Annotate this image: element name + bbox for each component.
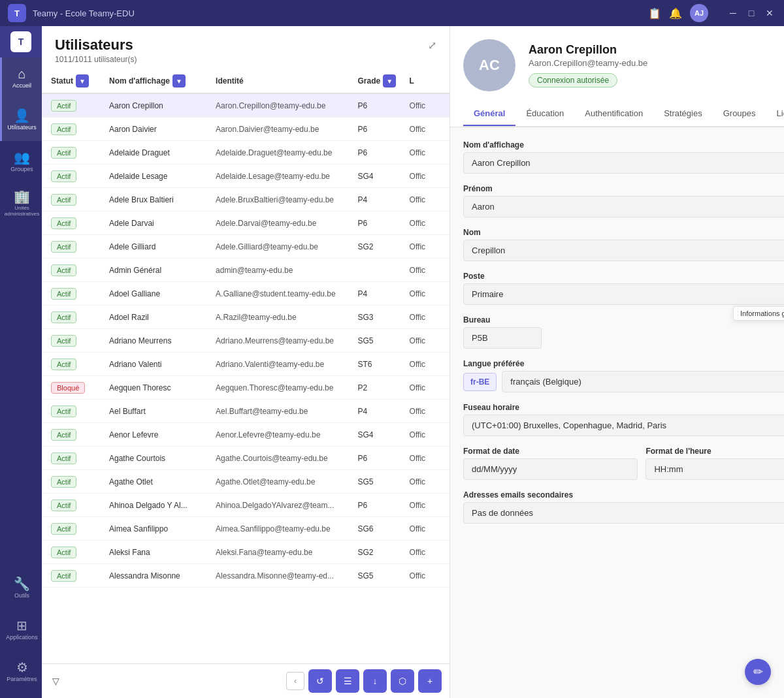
refresh-button[interactable]: ↺ (308, 669, 332, 693)
table-row[interactable]: Actif Adele Darvai Adele.Darvai@teamy-ed… (42, 212, 449, 235)
cell-nom: Adriano Valenti (105, 357, 212, 372)
table-row[interactable]: Actif Admin Général admin@teamy-edu.be O… (42, 259, 449, 282)
table-row[interactable]: Actif Agathe Otlet Agathe.Otlet@teamy-ed… (42, 470, 449, 494)
cell-nom: Adriano Meurrens (105, 334, 212, 348)
status-badge: Actif (51, 170, 76, 182)
table-row[interactable]: Bloqué Aegquen Thoresc Aegquen.Thoresc@t… (42, 376, 449, 400)
table-row[interactable]: Actif Agathe Courtois Agathe.Courtois@te… (42, 447, 449, 470)
tab-education[interactable]: Éducation (515, 102, 574, 126)
col-loc[interactable]: L (406, 69, 444, 93)
table-row[interactable]: Actif Aimea Sanfilippo Aimea.Sanfilippo@… (42, 517, 449, 541)
fuseau-input[interactable]: (UTC+01:00) Bruxelles, Copenhague, Madri… (463, 415, 784, 436)
cell-statut: Actif (47, 473, 105, 490)
status-badge: Bloqué (51, 382, 85, 394)
prenom-input[interactable]: Aaron (463, 196, 784, 217)
list-button[interactable]: ☰ (336, 669, 359, 693)
col-statut[interactable]: Statut ▼ (47, 69, 105, 93)
sidebar-item-parametres[interactable]: ⚙ Paramètres (0, 651, 42, 693)
sidebar-item-groupes[interactable]: 👥 Groupes (0, 141, 42, 183)
panel-header: Utilisateurs 1011/1011 utilisateur(s) ⤢ (42, 26, 449, 69)
sidebar-item-outils[interactable]: 🔧 Outils (0, 567, 42, 609)
nom-filter-btn[interactable]: ▼ (172, 74, 186, 87)
status-badge: Actif (51, 288, 76, 300)
cell-identite: Adriano.Valenti@teamy-edu.be (212, 357, 353, 372)
maximize-button[interactable]: □ (745, 7, 758, 20)
bell-icon[interactable]: 🔔 (669, 7, 682, 20)
download-button[interactable]: ↓ (363, 669, 387, 693)
tab-general[interactable]: Général (463, 102, 515, 126)
user-table: Statut ▼ Nom d'affichage ▼ Identité Grad… (42, 69, 449, 663)
detail-header: 🔍 🔒 📋 ↺ AC Aaron Crepillon Aaron.Crepill… (450, 26, 784, 127)
cell-statut: Actif (47, 144, 105, 161)
cell-statut: Actif (47, 426, 105, 443)
bureau-input[interactable]: P5B (463, 327, 542, 349)
table-toolbar: ▽ ‹ ↺ ☰ ↓ ⬡ + (42, 663, 449, 698)
status-badge: Actif (51, 147, 76, 159)
grade-filter-btn[interactable]: ▼ (383, 74, 396, 87)
table-row[interactable]: Actif Ael Buffart Ael.Buffart@teamy-edu.… (42, 400, 449, 423)
add-button[interactable]: + (418, 669, 442, 693)
user-list-panel: Utilisateurs 1011/1011 utilisateur(s) ⤢ … (42, 26, 450, 698)
emails-label: Adresses emails secondaires (463, 490, 784, 500)
user-avatar[interactable]: AJ (690, 4, 708, 22)
cell-statut: Actif (47, 191, 105, 208)
table-row[interactable]: Actif Aaron Daivier Aaron.Daivier@teamy-… (42, 118, 449, 141)
table-row[interactable]: Actif Adelaide Draguet Adelaide.Draguet@… (42, 141, 449, 165)
table-row[interactable]: Actif Aaron Crepillon Aaron.Crepillon@te… (42, 94, 449, 118)
close-button[interactable]: ✕ (763, 7, 776, 20)
table-row[interactable]: Actif Adriano Meurrens Adriano.Meurrens@… (42, 329, 449, 353)
table-row[interactable]: Actif Adelaide Lesage Adelaide.Lesage@te… (42, 165, 449, 188)
table-row[interactable]: Actif Alessandra Misonne Alessandra.Miso… (42, 564, 449, 588)
nom-input[interactable]: Crepillon (463, 240, 784, 261)
minimize-button[interactable]: ─ (727, 7, 740, 20)
emails-input[interactable]: Pas de données (463, 502, 784, 524)
clipboard-icon[interactable]: 📋 (648, 7, 661, 20)
tab-strategies[interactable]: Stratégies (653, 102, 713, 126)
status-badge: Actif (51, 311, 76, 323)
nom-affichage-input[interactable]: Aaron Crepillon (463, 152, 784, 174)
status-badge: Actif (51, 194, 76, 206)
poste-input[interactable]: Primaire (463, 283, 784, 305)
sidebar-item-accueil[interactable]: ⌂ Accueil (0, 57, 42, 99)
col-nom[interactable]: Nom d'affichage ▼ (105, 69, 212, 93)
date-input[interactable]: dd/MM/yyyy (463, 458, 638, 480)
heure-input[interactable]: HH:mm (645, 458, 784, 480)
statut-filter-btn[interactable]: ▼ (76, 74, 89, 87)
table-row[interactable]: Actif Adoel Razil A.Razil@teamy-edu.be S… (42, 306, 449, 329)
cell-statut: Actif (47, 356, 105, 373)
cell-nom: Agathe Courtois (105, 451, 212, 466)
sidebar-item-unites[interactable]: 🏢 Unités administratives (0, 183, 42, 225)
table-row[interactable]: Actif Adriano Valenti Adriano.Valenti@te… (42, 353, 449, 376)
field-prenom: Prénom Aaron (463, 184, 784, 217)
table-row[interactable]: Actif Aleksi Fana Aleksi.Fana@teamy-edu.… (42, 541, 449, 564)
table-row[interactable]: Actif Adele Gilliard Adele.Gilliard@team… (42, 235, 449, 259)
table-row[interactable]: Actif Ahinoa Delgado Y Al... Ahinoa.Delg… (42, 494, 449, 517)
table-row[interactable]: Actif Adoel Galliane A.Galliane@student.… (42, 282, 449, 306)
cell-loc: Offic (406, 569, 444, 583)
col-identite[interactable]: Identité (212, 69, 353, 93)
cell-grade: SG3 (353, 310, 405, 325)
expand-button[interactable]: ⤢ (428, 39, 436, 52)
filter-icon[interactable]: ▽ (50, 673, 62, 689)
tab-authentification[interactable]: Authentification (574, 102, 653, 126)
table-row[interactable]: Actif Aenor Lefevre Aenor.Lefevre@teamy-… (42, 423, 449, 447)
col-grade[interactable]: Grade ▼ (353, 69, 405, 93)
cell-identite: Aegquen.Thoresc@teamy-edu.be (212, 381, 353, 395)
upload-button[interactable]: ⬡ (391, 669, 414, 693)
tab-licences[interactable]: Licences (766, 102, 784, 126)
status-badge: Actif (51, 335, 76, 347)
tab-groupes[interactable]: Groupes (713, 102, 766, 126)
sidebar-item-utilisateurs[interactable]: 👤 Utilisateurs (0, 99, 42, 141)
table-body: Actif Aaron Crepillon Aaron.Crepillon@te… (42, 94, 449, 588)
cell-grade: SG5 (353, 569, 405, 583)
table-row[interactable]: Actif Adele Brux Baltieri Adele.BruxBalt… (42, 188, 449, 212)
prev-page-button[interactable]: ‹ (286, 672, 304, 690)
edit-fab-button[interactable]: ✏ (745, 659, 771, 685)
cell-grade: P6 (353, 451, 405, 466)
cell-grade: P4 (353, 193, 405, 207)
cell-loc: Offic (406, 404, 444, 419)
cell-grade: P6 (353, 216, 405, 230)
date-label: Format de date (463, 447, 638, 456)
cell-loc: Offic (406, 310, 444, 325)
sidebar-item-applications[interactable]: ⊞ Applications (0, 609, 42, 651)
